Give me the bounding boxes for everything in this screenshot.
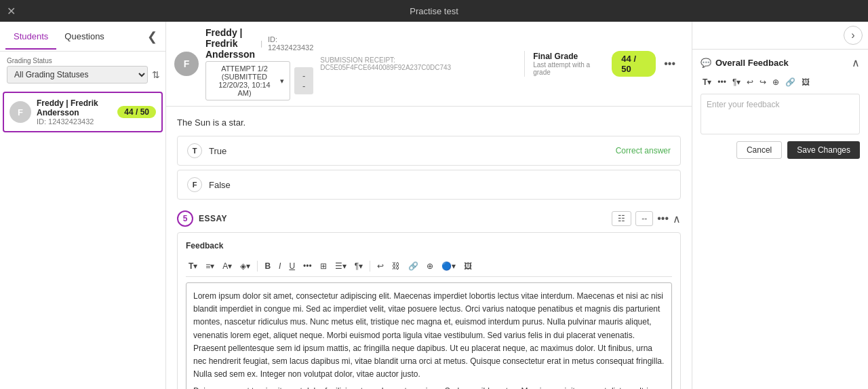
close-button[interactable]: ✕ [7, 5, 16, 18]
right-panel-toggle: › [692, 22, 868, 50]
fb-text-btn[interactable]: T▾ [186, 260, 200, 272]
final-grade-badge: 44 / 50 [612, 51, 656, 77]
fb-img-btn[interactable]: 🖼 [461, 260, 475, 272]
fb-format-btn[interactable]: ≡▾ [203, 260, 217, 272]
of-redo-btn[interactable]: ↪ [757, 76, 768, 88]
student-grade: 44 / 50 [117, 106, 156, 118]
fb-link2-btn[interactable]: 🔗 [406, 260, 421, 272]
right-panel: › 💬 Overall Feedback ∧ T▾ ••• ¶▾ ↩ ↪ ⊕ 🔗… [692, 22, 868, 389]
question-text: The Sun is a star. [177, 117, 681, 128]
feedback-toolbar: T▾ ≡▾ A▾ ◈▾ B I U ••• ⊞ ☰▾ ¶▾ ↩ [186, 256, 672, 277]
content-header: F Freddy | Fredrik Andersson | ID: 12432… [166, 22, 692, 107]
header-student-id: ID: 12432423432 [268, 35, 313, 52]
of-circle-btn[interactable]: ⊕ [770, 76, 781, 88]
attempt-label: ATTEMPT 1/2 (SUBMITTED 12/20/23, 10:14 A… [212, 64, 277, 97]
overall-feedback-section: 💬 Overall Feedback ∧ T▾ ••• ¶▾ ↩ ↪ ⊕ 🔗 🖼… [692, 50, 868, 166]
of-img-btn[interactable]: 🖼 [800, 76, 812, 88]
content-area: F Freddy | Fredrik Andersson | ID: 12432… [166, 22, 692, 389]
grading-status-label: Grading Status [0, 52, 165, 66]
feedback-icon: 💬 [701, 58, 711, 68]
attempt-button[interactable]: ATTEMPT 1/2 (SUBMITTED 12/20/23, 10:14 A… [205, 61, 290, 100]
question-number: 5 [177, 210, 193, 227]
essay-section: 5 ESSAY ☷ -- ••• ∧ Feedback T▾ ≡▾ A▾ [177, 210, 681, 389]
essay-icon-btn1[interactable]: ☷ [612, 211, 631, 226]
of-para-btn[interactable]: ¶▾ [730, 76, 743, 88]
essay-actions: ☷ -- ••• ∧ [612, 211, 681, 226]
grading-status-select[interactable]: All Grading Statuses [7, 66, 148, 84]
fb-style-btn[interactable]: ◈▾ [237, 260, 253, 272]
final-grade-more-button[interactable]: ••• [664, 58, 675, 70]
fb-align-btn[interactable]: ☰▾ [332, 260, 349, 272]
false-option-label: False [209, 180, 231, 190]
of-link-btn[interactable]: 🔗 [783, 76, 797, 88]
student-name: Freddy | Fredrik Andersson [37, 98, 112, 117]
overall-feedback-placeholder[interactable]: Enter your feedback [701, 94, 860, 134]
fb-more-btn[interactable]: ••• [300, 260, 315, 272]
avatar: F [9, 101, 31, 123]
essay-score-btn[interactable]: -- [635, 211, 653, 226]
final-grade-label: Final Grade [533, 52, 604, 61]
fb-undo-btn[interactable]: ↩ [374, 260, 387, 272]
sidebar-collapse-button[interactable]: ❮ [144, 26, 160, 47]
fb-underline-btn[interactable]: U [286, 260, 298, 272]
essay-header: 5 ESSAY ☷ -- ••• ∧ [177, 210, 681, 227]
app-title: Practise test [410, 6, 458, 16]
nav-button[interactable]: -- [294, 67, 313, 94]
overall-feedback-header: 💬 Overall Feedback ∧ [701, 56, 860, 69]
final-grade-area: Final Grade Last attempt with a grade 44… [524, 51, 684, 77]
overall-feedback-cancel-button[interactable]: Cancel [736, 141, 782, 159]
essay-type-label: ESSAY [199, 214, 227, 223]
submission-receipt: SUBMISSION RECEIPT: DC5E05F4FCE6440089F9… [320, 56, 517, 71]
essay-collapse-btn[interactable]: ∧ [673, 212, 681, 225]
correct-answer-badge: Correct answer [616, 146, 671, 155]
student-list: F Freddy | Fredrik Andersson ID: 1243242… [0, 89, 165, 389]
fb-bold-btn[interactable]: B [262, 260, 273, 272]
fb-para-btn[interactable]: ¶▾ [352, 260, 366, 272]
student-item[interactable]: F Freddy | Fredrik Andersson ID: 1243242… [3, 92, 163, 132]
false-option: F False [177, 170, 681, 200]
feedback-box: Feedback T▾ ≡▾ A▾ ◈▾ B I U ••• ⊞ ☰▾ ¶▾ [177, 232, 681, 389]
final-grade-sublabel: Last attempt with a grade [533, 61, 604, 76]
fb-font-btn[interactable]: A▾ [220, 260, 235, 272]
true-option-label: True [209, 146, 226, 156]
fb-insert-btn[interactable]: ⊕ [424, 260, 436, 272]
sidebar: Students Questions ❮ Grading Status All … [0, 22, 166, 389]
of-toolbar: T▾ ••• ¶▾ ↩ ↪ ⊕ 🔗 🖼 [701, 76, 860, 88]
overall-feedback-save-button[interactable]: Save Changes [787, 141, 860, 159]
panel-toggle-button[interactable]: › [844, 26, 863, 45]
sidebar-tab-bar: Students Questions ❮ [0, 22, 165, 52]
of-text-btn[interactable]: T▾ [701, 76, 713, 88]
false-option-letter: F [187, 177, 202, 192]
tab-questions[interactable]: Questions [56, 24, 113, 50]
of-more-btn[interactable]: ••• [715, 76, 728, 88]
fb-more2-btn[interactable]: 🔵▾ [439, 260, 458, 272]
feedback-paragraph-2: Duis consequat turpis sit amet dolor fac… [193, 385, 665, 389]
top-bar: ✕ Practise test [0, 0, 868, 22]
essay-more-btn[interactable]: ••• [657, 212, 669, 225]
fb-table-btn[interactable]: ⊞ [317, 260, 330, 272]
overall-feedback-collapse-button[interactable]: ∧ [852, 56, 860, 69]
tab-students[interactable]: Students [5, 24, 56, 50]
true-option: T True Correct answer [177, 136, 681, 166]
content-scroll: The Sun is a star. T True Correct answer… [166, 107, 692, 389]
overall-feedback-actions: Cancel Save Changes [701, 141, 860, 159]
of-undo-btn[interactable]: ↩ [745, 76, 755, 88]
feedback-paragraph-1: Lorem ipsum dolor sit amet, consectetur … [193, 290, 665, 381]
true-option-letter: T [187, 143, 202, 158]
header-avatar: F [174, 52, 199, 76]
sort-button[interactable]: ⇅ [152, 69, 160, 80]
header-student-name: Freddy | Fredrik Andersson [205, 27, 255, 60]
student-id: ID: 12432423432 [37, 117, 112, 126]
feedback-content[interactable]: Lorem ipsum dolor sit amet, consectetur … [186, 282, 672, 389]
chevron-down-icon: ▾ [280, 77, 284, 86]
fb-italic-btn[interactable]: I [276, 260, 283, 272]
feedback-label: Feedback [186, 241, 672, 251]
fb-link1-btn[interactable]: ⛓ [389, 260, 403, 272]
overall-feedback-title: Overall Feedback [715, 58, 789, 68]
